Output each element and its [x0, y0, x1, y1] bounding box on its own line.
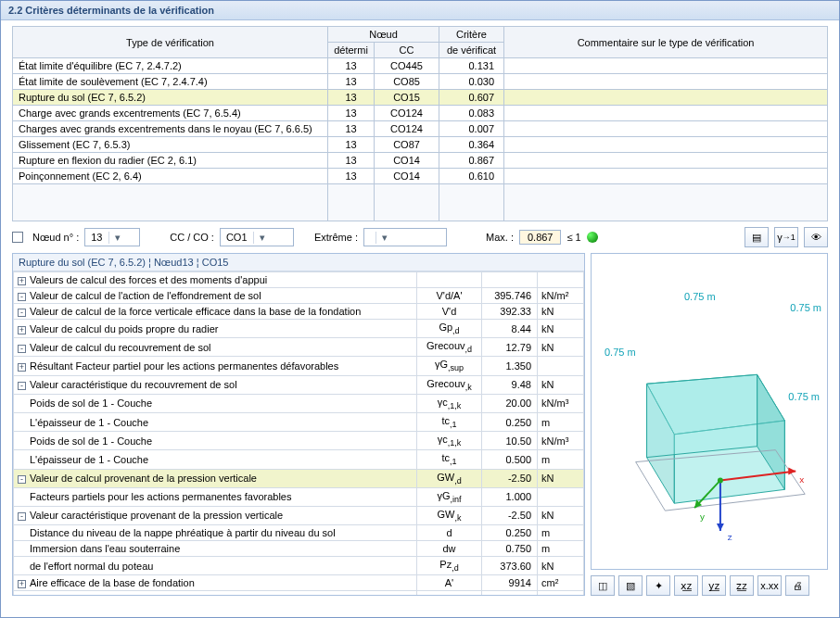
xxx-icon[interactable]: x.xx: [757, 575, 782, 596]
tree-row[interactable]: Facteurs partiels pour les actions perma…: [14, 487, 584, 506]
expand-icon[interactable]: +: [18, 277, 26, 285]
col-group-crit: Critère: [439, 27, 504, 43]
tree-row[interactable]: -Valeur de calcul de l'action de l'effon…: [14, 288, 584, 304]
table-row[interactable]: État limite de soulèvement (EC 7, 2.4.7.…: [13, 74, 828, 90]
table-row[interactable]: État limite d'équilibre (EC 7, 2.4.7.2)1…: [13, 58, 828, 74]
table-row[interactable]: Charges avec grands excentrements dans l…: [13, 121, 828, 137]
3d-toolbar: ◫▧✦x͟zy͟zz͟zx.xx🖨: [591, 575, 828, 596]
eye-icon[interactable]: 👁: [804, 227, 828, 247]
tree-label: Poids de sol de 1 - Couche: [30, 397, 152, 409]
tree-row[interactable]: Immersion dans l'eau souterrainedw0.750m: [14, 541, 584, 557]
tree-label: Valeur de calcul du recouvrement de sol: [30, 342, 210, 353]
tree-row[interactable]: +Résultant Facteur partiel pour les acti…: [14, 357, 584, 375]
table-row[interactable]: Glissement (EC 7, 6.5.3)13CO870.364: [13, 137, 828, 153]
tree-row[interactable]: Poids de sol de 1 - Coucheγc,1,k20.00kN/…: [14, 394, 584, 412]
collapse-icon[interactable]: -: [18, 382, 26, 390]
expand-icon[interactable]: +: [18, 580, 26, 588]
svg-marker-7: [788, 468, 795, 475]
tree-row[interactable]: Poids de sol de 1 - Coucheγc,1,k10.50kN/…: [14, 432, 584, 450]
svg-point-12: [718, 477, 723, 483]
svg-text:y: y: [700, 511, 705, 522]
xz-icon[interactable]: x͟z: [674, 575, 698, 596]
tree-label: Valeur de calcul du poids propre du radi…: [30, 323, 218, 334]
max-label: Max. :: [486, 232, 514, 243]
panel-title: 2.2 Critères déterminants de la vérifica…: [1, 1, 839, 20]
dim-right: 0.75 m: [788, 391, 820, 402]
collapse-icon[interactable]: -: [18, 345, 26, 353]
tree-label: Valeur de calcul de l'action de l'effond…: [30, 290, 261, 301]
chevron-down-icon[interactable]: ▾: [108, 232, 123, 244]
col-comment: Commentaire sur le type de vérification: [504, 27, 828, 58]
ccco-label: CC / CO :: [170, 232, 214, 243]
3d-viewport[interactable]: x y z 0.75 m 0.75 m 0.75 m 0.75 m: [591, 253, 828, 570]
table-row[interactable]: Charge avec grands excentrements (EC 7, …: [13, 106, 828, 121]
chevron-down-icon[interactable]: ▾: [375, 232, 390, 244]
extreme-combo[interactable]: ▾: [363, 228, 447, 246]
tree-label: Facteurs partiels pour les actions perma…: [30, 491, 291, 502]
table-row[interactable]: Rupture en flexion du radier (EC 2, 6.1)…: [13, 153, 828, 169]
tree-label: Valeur de calcul provenant de la pressio…: [30, 473, 257, 484]
status-ok-icon: [587, 232, 598, 243]
tree-row[interactable]: -Valeur de calcul provenant de la pressi…: [14, 469, 584, 487]
max-value: 0.867: [519, 230, 562, 245]
collapse-icon[interactable]: -: [18, 293, 26, 301]
tree-row[interactable]: -Valeur caractéristique provenant de la …: [14, 506, 584, 524]
tree-row[interactable]: L'épaisseur de 1 - Couchetc,10.250m: [14, 412, 584, 431]
tree-label: Valeurs de calcul des forces et des mome…: [30, 274, 267, 285]
tree-row[interactable]: +Valeurs de calcul des forces et des mom…: [14, 272, 584, 288]
chevron-down-icon[interactable]: ▾: [253, 232, 268, 244]
filter-bar: Nœud n° : 13▾ CC / CO : CO1▾ Extrême : ▾…: [1, 221, 839, 253]
tool-btn-1[interactable]: ▤: [745, 227, 769, 247]
svg-marker-4: [647, 374, 757, 457]
yz-icon[interactable]: y͟z: [702, 575, 726, 596]
node-combo[interactable]: 13▾: [84, 228, 140, 246]
verification-table[interactable]: Type de vérification Nœud Critère Commen…: [12, 26, 828, 221]
cube-iso-icon[interactable]: ◫: [591, 575, 615, 596]
tree-row[interactable]: Distance du niveau de la nappe phréatiqu…: [14, 525, 584, 541]
detail-tree[interactable]: +Valeurs de calcul des forces et des mom…: [13, 271, 584, 595]
expand-icon[interactable]: +: [18, 363, 26, 372]
dim-left: 0.75 m: [605, 347, 636, 358]
col-group-node: Nœud: [328, 27, 439, 43]
dim-top2: 0.75 m: [790, 302, 821, 313]
ccco-combo[interactable]: CO1▾: [220, 228, 294, 246]
tree-label: Distance du niveau de la nappe phréatiqu…: [30, 527, 336, 538]
tree-label: Poids de sol de 1 - Couche: [30, 435, 152, 447]
tree-label: Valeur caractéristique du recouvrement d…: [30, 379, 237, 390]
table-row[interactable]: Poinçonnement (EC 2, 6.4)13CO140.610: [13, 169, 828, 184]
zz-icon[interactable]: z͟z: [730, 575, 754, 596]
axes-icon[interactable]: ✦: [646, 575, 670, 596]
col-type: Type de vérification: [13, 27, 328, 58]
tree-row[interactable]: +Aire efficace de la base de fondationA'…: [14, 575, 584, 591]
tree-label: Valeur de calcul de la force verticale e…: [30, 306, 361, 317]
detail-tree-title: Rupture du sol (EC 7, 6.5.2) ¦ Nœud13 ¦ …: [13, 254, 584, 271]
collapse-icon[interactable]: -: [18, 309, 26, 317]
svg-text:x: x: [799, 474, 804, 485]
max-cond: ≤ 1: [566, 232, 580, 243]
tree-row[interactable]: L'épaisseur de 1 - Couchetc,10.500m: [14, 450, 584, 469]
tree-label: Résistance à l'effondrement de sol: [30, 593, 185, 595]
col-crit: de vérificat: [439, 43, 504, 58]
table-row[interactable]: Rupture du sol (EC 7, 6.5.2)13CO150.607: [13, 90, 828, 106]
col-cc: CC: [375, 43, 439, 58]
tree-row[interactable]: -Valeur caractéristique du recouvrement …: [14, 375, 584, 394]
tree-row[interactable]: de l'effort normal du poteauPz,d373.60kN: [14, 557, 584, 575]
expand-icon[interactable]: +: [18, 326, 26, 334]
node-label: Nœud n° :: [32, 232, 79, 243]
tree-row[interactable]: +Résistance à l'effondrement de solRk/A'…: [14, 591, 584, 595]
tree-label: de l'effort normal du poteau: [30, 561, 153, 572]
tree-row[interactable]: -Valeur de calcul du recouvrement de sol…: [14, 338, 584, 357]
tree-label: Aire efficace de la base de fondation: [30, 577, 195, 588]
dim-top1: 0.75 m: [684, 291, 716, 302]
collapse-icon[interactable]: -: [18, 475, 26, 484]
print-icon[interactable]: 🖨: [785, 575, 809, 596]
node-checkbox[interactable]: [12, 232, 23, 243]
detail-tree-pane: Rupture du sol (EC 7, 6.5.2) ¦ Nœud13 ¦ …: [12, 253, 585, 596]
tree-row[interactable]: +Valeur de calcul du poids propre du rad…: [14, 320, 584, 338]
tree-row[interactable]: -Valeur de calcul de la force verticale …: [14, 304, 584, 320]
collapse-icon[interactable]: -: [18, 512, 26, 521]
cube-front-icon[interactable]: ▧: [618, 575, 643, 596]
tool-btn-2[interactable]: γ→1: [774, 227, 798, 247]
extreme-label: Extrême :: [314, 232, 358, 243]
svg-marker-9: [717, 523, 724, 531]
